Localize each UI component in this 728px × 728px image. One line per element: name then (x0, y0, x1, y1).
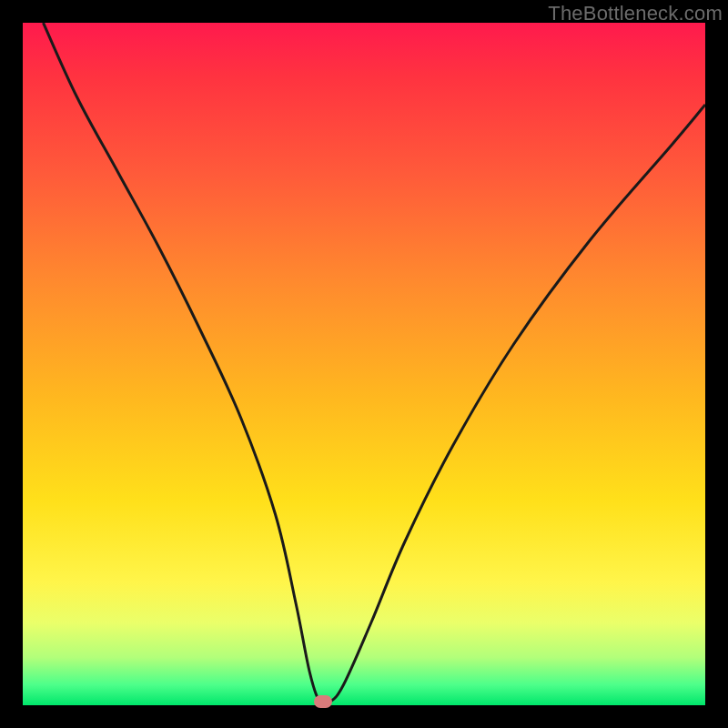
bottleneck-curve-path (44, 23, 706, 705)
watermark-text: TheBottleneck.com (548, 2, 723, 25)
chart-frame: TheBottleneck.com (0, 0, 728, 728)
plot-area (23, 23, 705, 705)
curve-svg (23, 23, 705, 705)
optimum-marker (314, 695, 332, 708)
